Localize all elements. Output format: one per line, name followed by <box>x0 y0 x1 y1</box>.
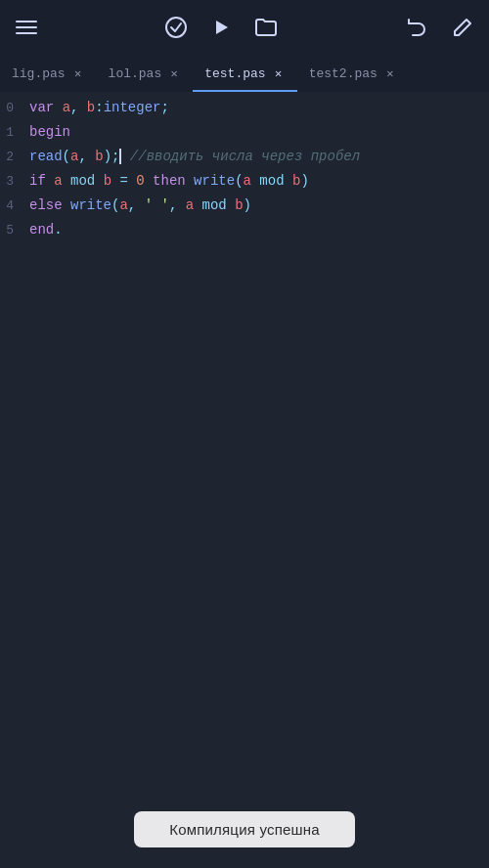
play-icon[interactable] <box>211 18 231 37</box>
undo-icon[interactable] <box>405 16 428 39</box>
tab-test-label: test.pas <box>204 66 265 81</box>
toolbar-center <box>164 16 278 39</box>
table-row: 1begin <box>0 120 489 145</box>
menu-icon[interactable] <box>16 21 37 34</box>
folder-icon[interactable] <box>254 17 278 38</box>
toolbar <box>0 0 489 55</box>
table-row: 2read(a, b); //вводить числа через пробе… <box>0 145 489 169</box>
tab-lol[interactable]: lol.pas ✕ <box>97 57 194 92</box>
tab-test2[interactable]: test2.pas ✕ <box>297 57 409 92</box>
line-number: 0 <box>0 97 22 120</box>
line-content[interactable]: else write(a, ' ', a mod b) <box>22 194 489 217</box>
table-row: 0var a, b:integer; <box>0 96 489 120</box>
line-content[interactable]: end. <box>22 218 489 241</box>
line-content[interactable]: begin <box>22 120 489 144</box>
tab-test-close[interactable]: ✕ <box>272 66 286 80</box>
tab-test2-close[interactable]: ✕ <box>383 66 397 80</box>
tab-lig-close[interactable]: ✕ <box>71 66 85 80</box>
tab-lol-close[interactable]: ✕ <box>167 66 181 80</box>
svg-marker-1 <box>216 21 228 34</box>
svg-point-0 <box>166 18 186 37</box>
compile-status: Компиляция успешна <box>134 811 355 847</box>
toolbar-right <box>405 16 473 39</box>
line-number: 1 <box>0 121 22 145</box>
table-row: 3if a mod b = 0 then write(a mod b) <box>0 169 489 194</box>
table-row: 5end. <box>0 218 489 242</box>
line-content[interactable]: var a, b:integer; <box>22 96 489 119</box>
code-editor[interactable]: 0var a, b:integer;1begin2read(a, b); //в… <box>0 92 489 790</box>
tab-test[interactable]: test.pas ✕ <box>193 57 296 92</box>
line-number: 5 <box>0 219 22 242</box>
bottom-bar: Компиляция успешна <box>0 790 489 868</box>
table-row: 4else write(a, ' ', a mod b) <box>0 194 489 218</box>
line-content[interactable]: read(a, b); //вводить числа через пробел <box>22 145 489 168</box>
edit-icon[interactable] <box>452 17 473 38</box>
tab-lig[interactable]: lig.pas ✕ <box>0 57 97 92</box>
line-number: 4 <box>0 195 22 218</box>
line-number: 2 <box>0 146 22 169</box>
check-icon[interactable] <box>164 16 188 39</box>
toolbar-left <box>16 21 37 34</box>
tabs-bar: lig.pas ✕ lol.pas ✕ test.pas ✕ test2.pas… <box>0 55 489 92</box>
line-content[interactable]: if a mod b = 0 then write(a mod b) <box>22 169 489 193</box>
tab-lig-label: lig.pas <box>12 66 66 81</box>
tab-test2-label: test2.pas <box>309 66 378 81</box>
tab-lol-label: lol.pas <box>109 66 162 81</box>
line-number: 3 <box>0 170 22 194</box>
